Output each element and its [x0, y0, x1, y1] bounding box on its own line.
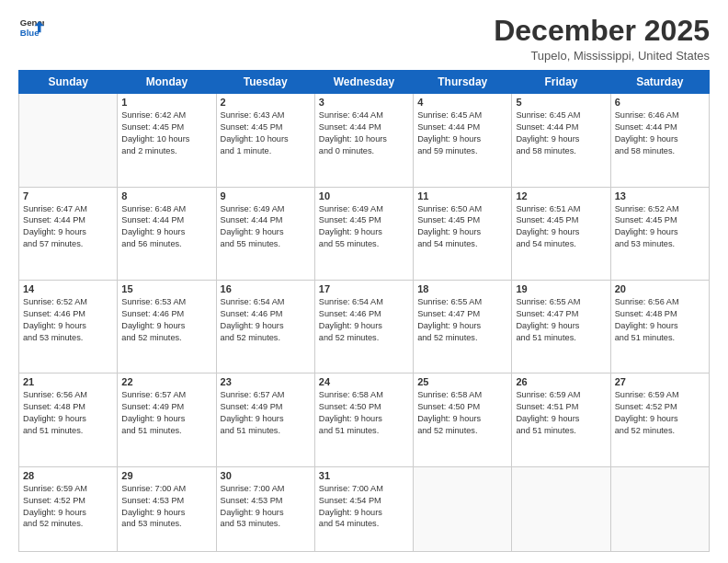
day-info: Sunrise: 6:45 AM Sunset: 4:44 PM Dayligh… [516, 109, 606, 157]
location: Tupelo, Mississippi, United States [494, 49, 710, 63]
day-info: Sunrise: 6:57 AM Sunset: 4:49 PM Dayligh… [121, 389, 211, 437]
calendar-cell: 18Sunrise: 6:55 AM Sunset: 4:47 PM Dayli… [414, 281, 512, 373]
calendar-cell: 22Sunrise: 6:57 AM Sunset: 4:49 PM Dayli… [118, 373, 216, 466]
calendar-cell: 21Sunrise: 6:56 AM Sunset: 4:48 PM Dayli… [19, 373, 118, 466]
week-row-4: 21Sunrise: 6:56 AM Sunset: 4:48 PM Dayli… [19, 373, 710, 466]
day-number: 6 [615, 97, 705, 108]
day-info: Sunrise: 6:53 AM Sunset: 4:46 PM Dayligh… [121, 296, 211, 344]
day-info: Sunrise: 6:49 AM Sunset: 4:44 PM Dayligh… [221, 203, 311, 251]
weekday-header-row: SundayMondayTuesdayWednesdayThursdayFrid… [19, 71, 710, 94]
day-info: Sunrise: 6:54 AM Sunset: 4:46 PM Dayligh… [221, 296, 311, 344]
day-number: 20 [615, 283, 705, 294]
weekday-header-monday: Monday [118, 71, 216, 94]
day-info: Sunrise: 6:49 AM Sunset: 4:45 PM Dayligh… [319, 203, 409, 251]
calendar-cell: 13Sunrise: 6:52 AM Sunset: 4:45 PM Dayli… [610, 187, 709, 280]
day-number: 31 [319, 470, 409, 481]
day-info: Sunrise: 6:46 AM Sunset: 4:44 PM Dayligh… [615, 109, 705, 157]
calendar-cell: 30Sunrise: 7:00 AM Sunset: 4:53 PM Dayli… [216, 466, 314, 551]
calendar-cell: 29Sunrise: 7:00 AM Sunset: 4:53 PM Dayli… [118, 466, 216, 551]
day-number: 14 [23, 283, 113, 294]
svg-text:Blue: Blue [20, 28, 40, 38]
calendar-cell: 25Sunrise: 6:58 AM Sunset: 4:50 PM Dayli… [414, 373, 512, 466]
day-info: Sunrise: 6:59 AM Sunset: 4:52 PM Dayligh… [615, 389, 705, 437]
day-number: 28 [23, 470, 113, 481]
day-info: Sunrise: 6:55 AM Sunset: 4:47 PM Dayligh… [516, 296, 606, 344]
day-number: 26 [516, 376, 606, 387]
calendar-cell: 5Sunrise: 6:45 AM Sunset: 4:44 PM Daylig… [512, 94, 610, 187]
header: General Blue December 2025 Tupelo, Missi… [18, 15, 710, 63]
title-block: December 2025 Tupelo, Mississippi, Unite… [494, 15, 710, 63]
day-number: 25 [417, 376, 507, 387]
day-number: 9 [221, 190, 311, 201]
logo-icon: General Blue [18, 15, 44, 40]
calendar-cell [414, 466, 512, 551]
day-number: 17 [319, 283, 409, 294]
day-info: Sunrise: 6:42 AM Sunset: 4:45 PM Dayligh… [121, 109, 211, 157]
day-info: Sunrise: 6:48 AM Sunset: 4:44 PM Dayligh… [121, 203, 211, 251]
week-row-3: 14Sunrise: 6:52 AM Sunset: 4:46 PM Dayli… [19, 281, 710, 373]
day-info: Sunrise: 6:55 AM Sunset: 4:47 PM Dayligh… [417, 296, 507, 344]
calendar-cell [610, 466, 709, 551]
day-number: 2 [221, 97, 311, 108]
day-info: Sunrise: 6:51 AM Sunset: 4:45 PM Dayligh… [516, 203, 606, 251]
day-number: 16 [221, 283, 311, 294]
day-number: 12 [516, 190, 606, 201]
day-info: Sunrise: 6:54 AM Sunset: 4:46 PM Dayligh… [319, 296, 409, 344]
weekday-header-thursday: Thursday [414, 71, 512, 94]
day-number: 23 [221, 376, 311, 387]
calendar-cell: 11Sunrise: 6:50 AM Sunset: 4:45 PM Dayli… [414, 187, 512, 280]
day-info: Sunrise: 7:00 AM Sunset: 4:53 PM Dayligh… [121, 483, 211, 531]
day-number: 10 [319, 190, 409, 201]
day-info: Sunrise: 7:00 AM Sunset: 4:54 PM Dayligh… [319, 483, 409, 531]
calendar-cell: 28Sunrise: 6:59 AM Sunset: 4:52 PM Dayli… [19, 466, 118, 551]
calendar-cell: 3Sunrise: 6:44 AM Sunset: 4:44 PM Daylig… [314, 94, 413, 187]
day-info: Sunrise: 6:47 AM Sunset: 4:44 PM Dayligh… [23, 203, 113, 251]
day-info: Sunrise: 6:52 AM Sunset: 4:46 PM Dayligh… [23, 296, 113, 344]
day-info: Sunrise: 6:59 AM Sunset: 4:51 PM Dayligh… [516, 389, 606, 437]
day-number: 19 [516, 283, 606, 294]
calendar-table: SundayMondayTuesdayWednesdayThursdayFrid… [18, 70, 710, 552]
calendar-cell: 20Sunrise: 6:56 AM Sunset: 4:48 PM Dayli… [610, 281, 709, 373]
day-number: 27 [615, 376, 705, 387]
calendar-cell: 8Sunrise: 6:48 AM Sunset: 4:44 PM Daylig… [118, 187, 216, 280]
calendar-cell: 14Sunrise: 6:52 AM Sunset: 4:46 PM Dayli… [19, 281, 118, 373]
calendar-cell: 1Sunrise: 6:42 AM Sunset: 4:45 PM Daylig… [118, 94, 216, 187]
weekday-header-tuesday: Tuesday [216, 71, 314, 94]
week-row-1: 1Sunrise: 6:42 AM Sunset: 4:45 PM Daylig… [19, 94, 710, 187]
day-info: Sunrise: 6:56 AM Sunset: 4:48 PM Dayligh… [615, 296, 705, 344]
calendar-cell: 7Sunrise: 6:47 AM Sunset: 4:44 PM Daylig… [19, 187, 118, 280]
day-number: 15 [121, 283, 211, 294]
day-info: Sunrise: 6:57 AM Sunset: 4:49 PM Dayligh… [221, 389, 311, 437]
calendar-cell: 4Sunrise: 6:45 AM Sunset: 4:44 PM Daylig… [414, 94, 512, 187]
day-info: Sunrise: 7:00 AM Sunset: 4:53 PM Dayligh… [221, 483, 311, 531]
day-info: Sunrise: 6:59 AM Sunset: 4:52 PM Dayligh… [23, 483, 113, 531]
calendar-cell: 2Sunrise: 6:43 AM Sunset: 4:45 PM Daylig… [216, 94, 314, 187]
day-number: 21 [23, 376, 113, 387]
calendar-cell: 6Sunrise: 6:46 AM Sunset: 4:44 PM Daylig… [610, 94, 709, 187]
day-number: 13 [615, 190, 705, 201]
day-number: 5 [516, 97, 606, 108]
day-number: 22 [121, 376, 211, 387]
logo: General Blue [18, 15, 44, 40]
day-number: 1 [121, 97, 211, 108]
day-number: 11 [417, 190, 507, 201]
calendar-cell: 19Sunrise: 6:55 AM Sunset: 4:47 PM Dayli… [512, 281, 610, 373]
day-info: Sunrise: 6:56 AM Sunset: 4:48 PM Dayligh… [23, 389, 113, 437]
calendar-cell: 15Sunrise: 6:53 AM Sunset: 4:46 PM Dayli… [118, 281, 216, 373]
day-number: 30 [221, 470, 311, 481]
month-title: December 2025 [494, 15, 710, 47]
calendar-cell: 23Sunrise: 6:57 AM Sunset: 4:49 PM Dayli… [216, 373, 314, 466]
calendar-cell [19, 94, 118, 187]
day-number: 4 [417, 97, 507, 108]
calendar-cell: 17Sunrise: 6:54 AM Sunset: 4:46 PM Dayli… [314, 281, 413, 373]
calendar-cell [512, 466, 610, 551]
calendar-cell: 27Sunrise: 6:59 AM Sunset: 4:52 PM Dayli… [610, 373, 709, 466]
day-info: Sunrise: 6:58 AM Sunset: 4:50 PM Dayligh… [417, 389, 507, 437]
day-number: 29 [121, 470, 211, 481]
calendar-cell: 31Sunrise: 7:00 AM Sunset: 4:54 PM Dayli… [314, 466, 413, 551]
day-number: 3 [319, 97, 409, 108]
weekday-header-friday: Friday [512, 71, 610, 94]
day-info: Sunrise: 6:44 AM Sunset: 4:44 PM Dayligh… [319, 109, 409, 157]
calendar-cell: 12Sunrise: 6:51 AM Sunset: 4:45 PM Dayli… [512, 187, 610, 280]
day-number: 8 [121, 190, 211, 201]
